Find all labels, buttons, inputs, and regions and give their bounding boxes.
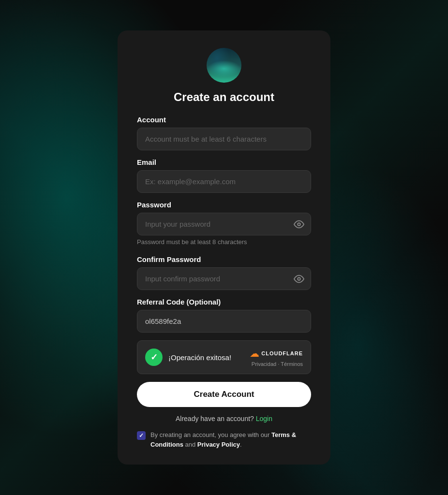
referral-label: Referral Code (Optional)	[137, 298, 311, 306]
eye-icon-confirm	[294, 274, 304, 284]
agree-period: .	[240, 441, 242, 448]
cloudflare-cloud-icon: ☁	[250, 348, 259, 359]
referral-field-wrap	[137, 310, 311, 333]
captcha-check-circle: ✓	[145, 349, 163, 366]
create-account-button[interactable]: Create Account	[137, 382, 311, 407]
svg-point-0	[298, 223, 300, 226]
agree-checkbox[interactable]	[137, 431, 146, 440]
signup-form: Account Email Password Password must be …	[137, 116, 311, 449]
account-label: Account	[137, 116, 311, 124]
login-row: Already have an account? Login	[137, 415, 311, 422]
terms-link[interactable]: Términos	[281, 361, 303, 367]
captcha-success-text: ¡Operación exitosa!	[168, 353, 231, 362]
cloudflare-logo: ☁ CLOUDFLARE	[250, 348, 303, 359]
captcha-widget: ✓ ¡Operación exitosa! ☁ CLOUDFLARE Priva…	[137, 340, 311, 374]
password-input[interactable]	[137, 213, 311, 235]
captcha-left: ✓ ¡Operación exitosa!	[145, 349, 231, 366]
already-text: Already have an account?	[176, 415, 254, 422]
app-logo	[207, 48, 241, 83]
account-input[interactable]	[137, 128, 311, 150]
cloudflare-brand: CLOUDFLARE	[261, 350, 303, 356]
confirm-toggle-button[interactable]	[294, 274, 304, 284]
email-input[interactable]	[137, 170, 311, 193]
confirm-field-wrap	[137, 267, 311, 290]
captcha-separator: ·	[278, 361, 279, 367]
password-field-wrap	[137, 213, 311, 235]
agree-text: By creating an account, you agree with o…	[150, 430, 311, 449]
captcha-links: Privacidad · Términos	[252, 361, 303, 367]
svg-point-1	[298, 277, 300, 280]
eye-icon	[294, 219, 304, 230]
privacy-link[interactable]: Privacidad	[252, 361, 276, 367]
captcha-check-icon: ✓	[150, 353, 158, 362]
confirm-label: Confirm Password	[137, 255, 311, 263]
account-field-wrap	[137, 128, 311, 150]
email-label: Email	[137, 158, 311, 166]
password-toggle-button[interactable]	[294, 219, 304, 230]
page-title: Create an account	[174, 90, 274, 104]
login-link[interactable]: Login	[256, 415, 272, 422]
agree-and: and	[183, 441, 197, 448]
password-label: Password	[137, 201, 311, 209]
email-field-wrap	[137, 170, 311, 193]
signup-card: Create an account Account Email Password…	[118, 30, 330, 465]
agree-row: By creating an account, you agree with o…	[137, 430, 311, 449]
confirm-input[interactable]	[137, 267, 311, 290]
captcha-right: ☁ CLOUDFLARE Privacidad · Términos	[250, 348, 303, 367]
referral-input[interactable]	[137, 310, 311, 333]
password-hint: Password must be at least 8 characters	[137, 238, 311, 246]
agree-before: By creating an account, you agree with o…	[150, 431, 271, 438]
privacy-link-text[interactable]: Privacy Policy	[197, 441, 240, 448]
